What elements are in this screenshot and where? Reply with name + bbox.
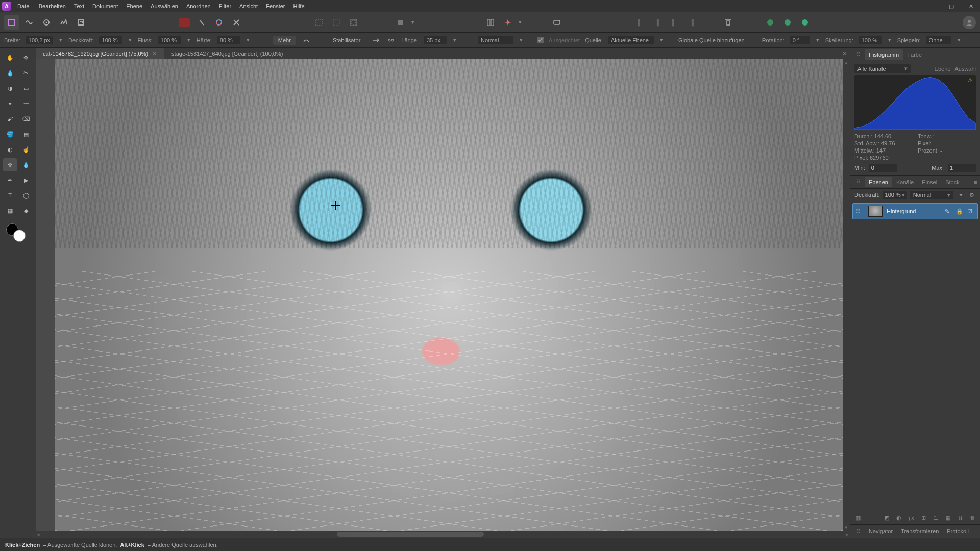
tab-pinsel[interactable]: Pinsel <box>918 177 941 187</box>
width-dropdown[interactable]: ▾ <box>58 37 63 43</box>
stabilizer-rope-icon[interactable] <box>386 36 396 45</box>
menu-dokument[interactable]: Dokument <box>92 3 118 9</box>
quickmask-button[interactable] <box>311 15 327 30</box>
length-dropdown[interactable]: ▾ <box>452 37 457 43</box>
layer-thumb-size-icon[interactable]: ▥ <box>853 513 863 522</box>
layer-lock-icon[interactable]: 🔒 <box>956 208 963 215</box>
tab-farbe[interactable]: Farbe <box>903 49 926 60</box>
colorpicker-tool[interactable]: 💧 <box>3 66 17 80</box>
layer-gear-icon[interactable]: ⚙ <box>968 191 976 199</box>
delete-layer-icon[interactable]: 🗑 <box>968 513 977 522</box>
stock-green1-button[interactable] <box>763 15 778 30</box>
tab-navigator[interactable]: Navigator <box>865 526 897 537</box>
layer-visibility-icon[interactable]: ⠿ <box>856 208 864 215</box>
background-opts-button[interactable] <box>393 15 408 30</box>
hardness-dropdown[interactable]: ▾ <box>246 37 251 43</box>
persona-develop-button[interactable] <box>39 15 54 30</box>
stabilizer-button[interactable]: Stabilisator <box>328 36 365 45</box>
layer-fx-icon[interactable]: ✦ <box>957 191 965 199</box>
refine-selection-button[interactable] <box>329 15 344 30</box>
mesh-tool[interactable]: ▦ <box>3 204 17 217</box>
flow-field[interactable]: 100 % <box>158 36 181 44</box>
assistant-button[interactable] <box>500 15 516 30</box>
perspective-tool[interactable]: ◆ <box>19 204 33 217</box>
persona-export-button[interactable] <box>74 15 89 30</box>
hardness-field[interactable]: 80 % <box>217 36 240 44</box>
tab-histogramm[interactable]: Histogramm <box>865 49 903 60</box>
layer-visible-checkbox[interactable]: ☑ <box>967 208 974 215</box>
grip-icon[interactable]: ⠿ <box>852 49 865 60</box>
pen-tool[interactable]: ✒ <box>3 173 17 187</box>
aligned-checkbox[interactable] <box>537 37 544 43</box>
freehand-select-tool[interactable]: 〰 <box>19 97 33 110</box>
document-tab-1[interactable]: cat-1045782_1920.jpg [Geändert] (75,0%) … <box>36 48 164 59</box>
background-color[interactable] <box>13 230 26 242</box>
merge-down-icon[interactable]: ⇊ <box>955 513 965 522</box>
window-minimize-button[interactable]: — <box>925 2 939 11</box>
assistant-dropdown[interactable]: ▾ <box>518 19 523 26</box>
document-tab-2-close[interactable]: ✕ <box>842 51 847 57</box>
tab-kanaele[interactable]: Kanäle <box>892 177 918 187</box>
layer-row-hintergrund[interactable]: ⠿ Hintergrund ✎ 🔒 ☑ <box>852 203 978 219</box>
fx-layer-icon[interactable]: ƒx <box>906 513 916 522</box>
shape-tool[interactable]: ◯ <box>19 189 33 202</box>
autolevels-button[interactable] <box>194 15 209 30</box>
text-tool[interactable]: T <box>3 189 17 202</box>
persona-photo-button[interactable] <box>4 15 19 30</box>
pressure-size-icon[interactable] <box>301 36 311 45</box>
tab-transformieren[interactable]: Transformieren <box>897 526 943 537</box>
scale-dropdown[interactable]: ▾ <box>887 37 892 43</box>
menu-ansicht[interactable]: Ansicht <box>239 3 258 9</box>
menu-filter[interactable]: Filter <box>219 3 231 9</box>
global-source-button[interactable]: Globale Quelle hinzufügen <box>678 37 745 43</box>
flood-select-tool[interactable]: ✦ <box>3 97 17 110</box>
preview-button[interactable] <box>549 15 565 30</box>
live-filter-icon[interactable]: ⊞ <box>919 513 928 522</box>
opacity-field[interactable]: 100 % <box>99 36 122 44</box>
mask-layer-icon[interactable]: ◩ <box>882 513 891 522</box>
adjustment-layer-icon[interactable]: ◐ <box>894 513 903 522</box>
autocolor-swatch[interactable] <box>177 15 192 30</box>
more-button[interactable]: Mehr <box>273 36 296 45</box>
histogram-channel-select[interactable]: Alle Kanäle ▾ <box>854 64 911 73</box>
grip-icon-3[interactable]: ⠿ <box>852 526 865 537</box>
stock-green3-button[interactable] <box>797 15 813 30</box>
window-close-button[interactable]: ✕ <box>964 2 978 11</box>
menu-text[interactable]: Text <box>74 3 84 9</box>
fill-tool[interactable]: 🪣 <box>3 128 17 141</box>
layer-edit-icon[interactable]: ✎ <box>945 208 952 215</box>
document-tab-2[interactable]: stage-1531427_640.jpg [Geändert] (100,0%… <box>164 48 290 59</box>
blendmode-dropdown[interactable]: ▾ <box>519 37 524 43</box>
selection-overlay-button[interactable] <box>346 15 361 30</box>
align-top-button[interactable] <box>721 15 736 30</box>
paintbrush-tool[interactable]: 🖌 <box>3 112 17 126</box>
crop-tool[interactable]: ✂ <box>19 66 33 80</box>
persona-tonemap-button[interactable] <box>56 15 71 30</box>
autocontrast-button[interactable] <box>211 15 227 30</box>
smudge-tool[interactable]: ☝ <box>19 143 33 156</box>
menu-fenster[interactable]: Fenster <box>266 3 285 9</box>
flow-dropdown[interactable]: ▾ <box>186 37 191 43</box>
marquee-tool[interactable]: ▭ <box>19 82 33 95</box>
vertical-scrollbar[interactable]: ▴▾ <box>843 59 850 531</box>
stabilizer-mode-icon[interactable] <box>371 36 381 45</box>
blur-tool[interactable]: 💧 <box>19 158 33 171</box>
canvas[interactable] <box>55 59 843 531</box>
background-opts-dropdown[interactable]: ▾ <box>410 19 415 26</box>
layer-name[interactable]: Hintergrund <box>887 208 941 214</box>
hist-max-input[interactable] <box>948 164 976 172</box>
persona-liquify-button[interactable] <box>21 15 37 30</box>
rotation-field[interactable]: 0 ° <box>790 36 810 44</box>
layer-blend-field[interactable]: Normal▾ <box>910 191 953 199</box>
color-wells[interactable] <box>3 222 33 243</box>
scale-field[interactable]: 100 % <box>859 36 882 44</box>
layer-opacity-field[interactable]: 100 %▾ <box>883 191 907 199</box>
menu-auswaehlen[interactable]: Auswählen <box>151 3 178 9</box>
source-field[interactable]: Aktuelle Ebene <box>608 36 654 44</box>
view-tool[interactable]: ✋ <box>3 51 17 64</box>
histogram-scope-auswahl[interactable]: Auswahl <box>954 66 976 72</box>
arrange-button[interactable] <box>483 15 498 30</box>
histogram-scope-ebene[interactable]: Ebene <box>935 66 951 72</box>
tab-stock[interactable]: Stock <box>941 177 964 187</box>
window-maximize-button[interactable]: ▢ <box>944 2 959 11</box>
